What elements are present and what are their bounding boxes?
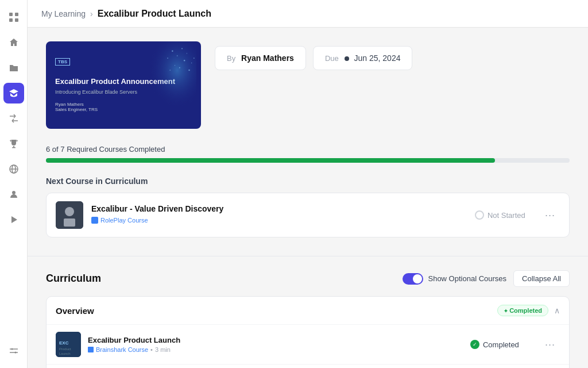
by-label: By — [227, 54, 235, 63]
sidebar-item-home[interactable] — [3, 32, 24, 53]
svg-text:Product: Product — [59, 347, 71, 351]
item-1-thumb-img: EXC Product Launch — [56, 332, 81, 357]
sidebar-item-trophy[interactable] — [3, 133, 24, 154]
svg-point-23 — [14, 352, 16, 354]
svg-point-38 — [65, 207, 74, 216]
sidebar-item-learning[interactable] — [3, 83, 24, 103]
progress-bar-fill — [46, 158, 495, 163]
svg-point-32 — [179, 67, 180, 68]
sidebar-item-settings[interactable] — [3, 340, 24, 361]
item-1-name: Excalibur Product Launch — [88, 336, 463, 344]
svg-rect-3 — [15, 18, 18, 22]
svg-rect-12 — [11, 140, 16, 144]
curriculum-title: Curriculum — [46, 273, 101, 285]
svg-text:EXC: EXC — [59, 340, 69, 346]
svg-point-25 — [172, 50, 173, 51]
overview-completed-badge: Completed — [497, 305, 548, 316]
next-course-section: Next Course in Curriculum Excalibur - Va… — [46, 177, 570, 237]
brainshark-icon-1 — [88, 347, 94, 352]
curriculum-actions: Show Optional Courses Collapse All — [403, 270, 570, 287]
next-course-info: Excalibur - Value Driven Discovery RoleP… — [91, 204, 467, 226]
header: My Learning › Excalibur Product Launch — [28, 0, 588, 28]
next-course-status: Not Started — [475, 210, 532, 220]
svg-marker-19 — [11, 216, 17, 223]
curriculum-header: Curriculum Show Optional Courses Collaps… — [46, 270, 570, 287]
svg-rect-13 — [13, 146, 14, 147]
breadcrumb-separator: › — [90, 9, 93, 18]
svg-text:Launch: Launch — [59, 352, 71, 355]
author-card: By Ryan Mathers — [215, 46, 306, 70]
thumbnail-author: Ryan Mathers Sales Engineer, TRS — [55, 102, 192, 112]
due-label: Due — [325, 54, 339, 63]
sidebar-item-folder[interactable] — [3, 57, 24, 78]
svg-point-28 — [187, 53, 187, 53]
content-area: TBS Excalibur Product Announcement Intro… — [28, 28, 588, 368]
thumbnail-title: Excalibur Product Announcement — [55, 77, 192, 87]
main-area: My Learning › Excalibur Product Launch T… — [28, 0, 588, 368]
svg-point-24 — [149, 41, 196, 109]
top-section: TBS Excalibur Product Announcement Intro… — [46, 41, 570, 129]
sidebar-item-person[interactable] — [3, 184, 24, 205]
thumbnail-logo: TBS — [55, 58, 192, 66]
sidebar-item-grid[interactable] — [3, 7, 24, 28]
roleplay-icon — [91, 217, 98, 224]
progress-bar-background — [46, 158, 570, 163]
overview-header: Overview Completed ∧ — [47, 297, 569, 325]
progress-section: 6 of 7 Required Courses Completed — [46, 145, 570, 163]
svg-rect-14 — [12, 147, 16, 148]
svg-point-35 — [188, 70, 189, 71]
overview-actions: Completed ∧ — [497, 305, 560, 316]
author-name: Ryan Mathers — [241, 53, 294, 63]
item-1-check-icon: ✓ — [470, 340, 479, 349]
next-course-thumbnail — [56, 201, 83, 229]
svg-rect-10 — [10, 140, 11, 141]
overview-block: Overview Completed ∧ EXC Product Launch — [46, 296, 570, 368]
breadcrumb-parent[interactable]: My Learning — [41, 9, 86, 18]
next-course-thumb-img — [56, 201, 83, 229]
show-optional-toggle-label: Show Optional Courses — [403, 273, 506, 285]
svg-rect-11 — [16, 140, 17, 141]
meta-cards: By Ryan Mathers Due Jun 25, 2024 — [215, 41, 412, 129]
sidebar-item-play[interactable] — [3, 209, 24, 230]
collapse-all-button[interactable]: Collapse All — [513, 270, 570, 287]
show-optional-toggle[interactable] — [403, 273, 423, 285]
svg-rect-2 — [9, 18, 13, 22]
item-1-more-button[interactable]: ··· — [540, 336, 560, 353]
next-course-title: Next Course in Curriculum — [46, 177, 570, 186]
svg-point-36 — [194, 57, 195, 59]
course-thumbnail[interactable]: TBS Excalibur Product Announcement Intro… — [46, 41, 201, 129]
sidebar — [0, 0, 28, 368]
svg-rect-1 — [15, 13, 18, 16]
section-divider — [28, 256, 588, 256]
next-course-name: Excalibur - Value Driven Discovery — [91, 204, 467, 213]
next-course-more-button[interactable]: ··· — [540, 207, 560, 224]
next-course-card[interactable]: Excalibur - Value Driven Discovery RoleP… — [46, 193, 570, 237]
overview-collapse-icon[interactable]: ∧ — [554, 306, 560, 315]
sidebar-item-globe[interactable] — [3, 159, 24, 179]
svg-point-18 — [12, 191, 16, 194]
item-1-status-label: Completed — [483, 340, 519, 349]
item-1-duration: 3 min — [155, 346, 171, 353]
due-dot-icon — [345, 56, 349, 61]
item-1-meta: Brainshark Course • 3 min — [88, 346, 463, 353]
breadcrumb-current: Excalibur Product Launch — [98, 9, 211, 19]
not-started-icon — [475, 210, 484, 220]
item-1-info: Excalibur Product Launch Brainshark Cour… — [88, 336, 463, 353]
curriculum-item: Excalibur Pricing Overview Brainshark Co… — [47, 365, 569, 368]
show-optional-label: Show Optional Courses — [428, 274, 506, 283]
item-1-type: Brainshark Course — [96, 346, 148, 353]
item-1-thumbnail: EXC Product Launch — [56, 332, 81, 357]
due-date: Jun 25, 2024 — [354, 53, 401, 63]
curriculum-item: EXC Product Launch Excalibur Product Lau… — [47, 325, 569, 365]
thumbnail-subtitle: Introducing Excalibur Blade Servers — [55, 89, 192, 95]
sidebar-item-arrows[interactable] — [3, 108, 24, 129]
progress-label: 6 of 7 Required Courses Completed — [46, 145, 570, 154]
svg-point-22 — [11, 348, 13, 350]
overview-title: Overview — [56, 306, 94, 316]
due-card: Due Jun 25, 2024 — [313, 46, 413, 70]
svg-point-26 — [177, 55, 178, 56]
next-course-type: RolePlay Course — [91, 217, 148, 224]
svg-point-27 — [181, 48, 183, 49]
item-1-status: ✓ Completed — [470, 340, 533, 349]
svg-point-33 — [169, 70, 171, 71]
